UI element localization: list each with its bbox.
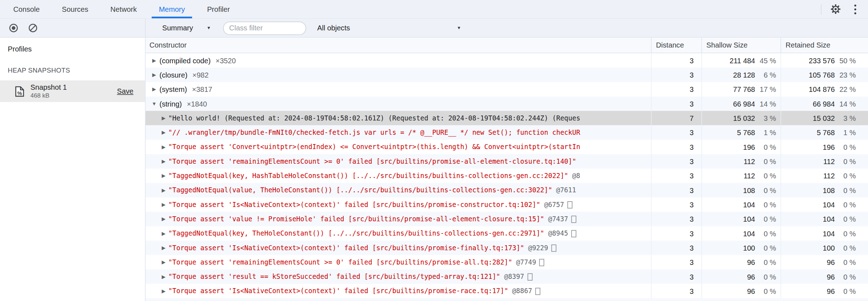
missing-glyph-box — [567, 201, 572, 208]
expand-triangle-icon[interactable]: ▶ — [161, 274, 167, 280]
distance-value: 3 — [690, 143, 693, 151]
constructor-cell: ▶"TaggedNotEqual(value, TheHoleConstant(… — [146, 183, 652, 197]
shallow-size-value: 96 — [702, 272, 755, 281]
string-instance-row[interactable]: ▶"Torque assert 'value != PromiseHole' f… — [146, 212, 868, 226]
retained-size-percent: 0 % — [835, 272, 860, 281]
constructor-cell: ▶"Torque assert 'Is<NativeContext>(conte… — [146, 241, 652, 255]
string-instance-row[interactable]: ▶"// .wrangler/tmp/bundle-FmNIt0/checked… — [146, 125, 868, 140]
clear-icon[interactable] — [26, 22, 39, 34]
missing-glyph-box — [539, 259, 544, 266]
shallow-size-value: 108 — [702, 186, 755, 194]
perspective-select-value: Summary — [162, 24, 193, 32]
column-header-shallow-size[interactable]: Shallow Size — [702, 38, 781, 53]
shallow-size-cell: 1040 % — [702, 197, 781, 212]
expand-triangle-icon[interactable]: ▶ — [151, 58, 157, 63]
tab-memory[interactable]: Memory — [151, 0, 193, 18]
instance-count: ×3520 — [216, 56, 236, 64]
expand-triangle-icon[interactable]: ▶ — [161, 173, 167, 179]
expand-triangle-icon[interactable]: ▶ — [161, 260, 167, 265]
shallow-size-cell: 1960 % — [702, 140, 781, 154]
string-instance-row[interactable]: ▶"Torque assert 'Is<NativeContext>(conte… — [146, 197, 868, 212]
expand-triangle-icon[interactable]: ▶ — [161, 130, 167, 135]
string-instance-row[interactable]: ▶"Torque assert 'remainingElementsCount … — [146, 154, 868, 168]
string-instance-row[interactable]: ▶"TaggedNotEqual(key, TheHoleConstant())… — [146, 226, 868, 241]
tab-console[interactable]: Console — [5, 0, 48, 18]
devtools-memory-panel: Console Sources Network Memory Profiler — [0, 0, 868, 301]
collapse-triangle-icon[interactable]: ▼ — [151, 101, 157, 107]
constructor-group-row[interactable]: ▶(system)×3817377 76817 %104 87622 % — [146, 82, 868, 97]
chevron-down-icon: ▼ — [207, 25, 211, 30]
distance-value: 3 — [690, 172, 693, 180]
string-instance-row[interactable]: ▶"Hello world! (Requested at: 2024-08-19… — [146, 111, 868, 125]
constructor-cell: ▶"// .wrangler/tmp/bundle-FmNIt0/checked… — [146, 125, 652, 140]
retained-size-value: 96 — [781, 287, 834, 295]
retained-size-percent: 23 % — [835, 71, 860, 79]
string-instance-row[interactable]: ▶"Torque assert 'Is<NativeContext>(conte… — [146, 284, 868, 298]
three-dot-menu-icon[interactable] — [849, 3, 861, 15]
expand-triangle-icon[interactable]: ▶ — [161, 144, 167, 150]
panel-tabs: Console Sources Network Memory Profiler — [5, 0, 238, 18]
shallow-size-cell: 5 7681 % — [702, 125, 781, 140]
retained-size-cell: 1040 % — [781, 212, 868, 226]
gear-icon[interactable] — [829, 3, 841, 15]
distance-cell: 3 — [652, 255, 702, 269]
save-link[interactable]: Save — [117, 87, 133, 95]
shallow-size-percent: 6 % — [755, 71, 781, 79]
distance-value: 3 — [690, 157, 693, 166]
constructor-group-row[interactable]: ▼(string)×1840366 98414 %66 98414 % — [146, 97, 868, 111]
shallow-size-value: 112 — [702, 172, 755, 180]
retained-size-cell: 104 87622 % — [781, 82, 868, 97]
retained-size-percent: 0 % — [835, 258, 860, 266]
expand-triangle-icon[interactable]: ▶ — [161, 231, 167, 236]
string-value: "Torque assert 'result == kStoreSucceded… — [168, 273, 500, 281]
column-header-retained-size[interactable]: Retained Size — [781, 38, 868, 53]
shallow-size-percent: 0 % — [755, 201, 781, 209]
expand-triangle-icon[interactable]: ▶ — [161, 202, 167, 208]
expand-triangle-icon[interactable]: ▶ — [161, 159, 167, 164]
distance-value: 3 — [690, 215, 693, 223]
distance-cell: 7 — [652, 111, 702, 125]
shallow-size-cell: 960 % — [702, 270, 781, 284]
constructor-cell: ▶(system)×3817 — [146, 82, 652, 97]
column-header-constructor[interactable]: Constructor — [146, 38, 652, 53]
string-instance-row[interactable]: ▶"Torque assert 'Convert<uintptr>(endInd… — [146, 140, 868, 154]
shallow-size-cell: 960 % — [702, 284, 781, 298]
tab-profiler[interactable]: Profiler — [199, 0, 238, 18]
string-instance-row[interactable]: ▶"Torque assert 'result == kStoreSuccede… — [146, 270, 868, 284]
retained-size-value: 112 — [781, 157, 834, 166]
tab-sources[interactable]: Sources — [54, 0, 97, 18]
expand-triangle-icon[interactable]: ▶ — [161, 115, 167, 121]
column-header-distance[interactable]: Distance — [652, 38, 702, 53]
constructor-group-row[interactable]: ▶(closure)×982328 1286 %105 76823 % — [146, 68, 868, 82]
expand-triangle-icon[interactable]: ▶ — [161, 245, 167, 251]
expand-triangle-icon[interactable]: ▶ — [161, 288, 167, 294]
expand-triangle-icon[interactable]: ▶ — [161, 216, 167, 222]
string-value: "Torque assert 'Is<NativeContext>(contex… — [168, 287, 508, 295]
object-id: @8945 — [548, 230, 568, 237]
shallow-size-percent: 0 % — [755, 244, 781, 252]
string-value: "Torque assert 'Is<NativeContext>(contex… — [168, 201, 540, 208]
expand-triangle-icon[interactable]: ▶ — [161, 187, 167, 193]
expand-triangle-icon[interactable]: ▶ — [151, 87, 157, 92]
record-icon[interactable] — [7, 22, 19, 34]
class-filter-input[interactable] — [223, 21, 306, 35]
heap-snapshot-file-icon: % — [15, 86, 24, 97]
sidebar-item-snapshot-1[interactable]: % Snapshot 1 468 kB Save — [0, 80, 145, 102]
distance-cell: 3 — [652, 169, 702, 183]
object-filter-select[interactable]: All objects ▼ — [317, 24, 461, 32]
distance-value: 3 — [690, 258, 693, 266]
snapshot-info: Snapshot 1 468 kB — [30, 84, 67, 99]
constructor-group-row[interactable]: ▶(compiled code)×35203211 48445 %233 576… — [146, 53, 868, 68]
string-instance-row[interactable]: ▶"Torque assert 'Is<NativeContext>(conte… — [146, 241, 868, 255]
string-instance-row[interactable]: ▶"TaggedNotEqual(value, TheHoleConstant(… — [146, 183, 868, 197]
snapshot-name: Snapshot 1 — [30, 84, 67, 92]
string-instance-row[interactable]: ▶"TaggedNotEqual(key, HashTableHoleConst… — [146, 169, 868, 183]
distance-cell: 3 — [652, 197, 702, 212]
retained-size-value: 112 — [781, 172, 834, 180]
distance-value: 3 — [690, 56, 693, 64]
shallow-size-percent: 0 % — [755, 215, 781, 223]
perspective-select[interactable]: Summary ▼ — [162, 24, 211, 32]
expand-triangle-icon[interactable]: ▶ — [151, 72, 157, 78]
tab-network[interactable]: Network — [102, 0, 145, 18]
string-instance-row[interactable]: ▶"Torque assert 'remainingElementsCount … — [146, 255, 868, 269]
